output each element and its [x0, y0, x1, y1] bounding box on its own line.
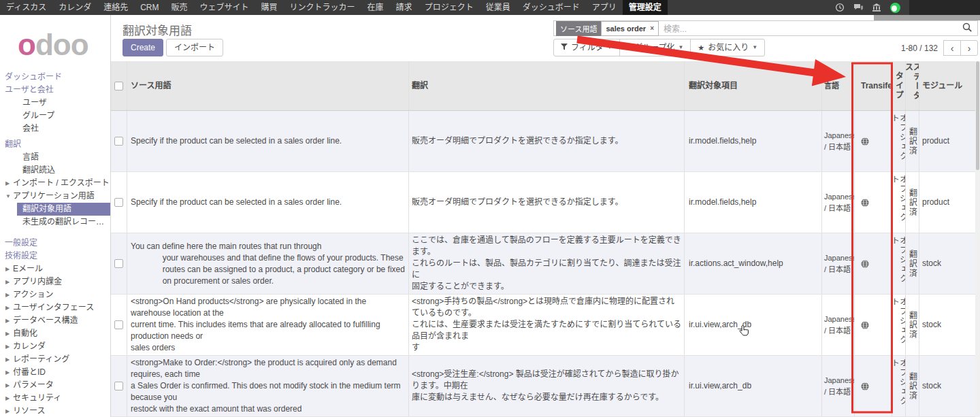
topnav-item[interactable]: 在庫 — [361, 0, 390, 15]
type-cell[interactable]: オブジェクト — [892, 172, 905, 233]
sidebar-item[interactable]: グループ — [0, 110, 110, 122]
type-cell[interactable]: オブジェクト — [892, 233, 905, 294]
messages-chat-icon[interactable] — [853, 3, 863, 12]
topnav-item[interactable]: ウェブサイト — [194, 0, 255, 15]
sidebar-item[interactable]: ▶リソース — [0, 405, 110, 417]
topnav-item[interactable]: ディスカス — [0, 0, 52, 15]
import-button[interactable]: インポート — [166, 39, 223, 56]
topnav-item[interactable]: CRM — [134, 0, 165, 15]
source-term-cell[interactable]: <strong>On Hand products</strong> are ph… — [127, 295, 408, 355]
transifex-cell[interactable] — [854, 111, 892, 171]
header-type[interactable]: タイプ — [892, 61, 905, 110]
pager-previous-button[interactable]: ‹ — [943, 40, 961, 56]
status-cell[interactable]: 翻訳済 — [905, 295, 919, 355]
module-cell[interactable]: stock — [919, 356, 975, 416]
facet-remove-icon[interactable]: × — [650, 24, 654, 32]
status-cell[interactable]: 翻訳済 — [905, 233, 919, 294]
table-row[interactable]: <strong>Make to Order:</strong> the prod… — [111, 356, 975, 417]
language-cell[interactable]: Japanese / 日本語 — [821, 356, 854, 416]
header-translation[interactable]: 翻訳 — [408, 61, 684, 110]
topnav-item[interactable]: リンクトラッカー — [284, 0, 361, 15]
sidebar-item[interactable]: ▶カレンダ — [0, 340, 110, 353]
search-input[interactable]: 検索... — [664, 22, 687, 34]
translated-field-cell[interactable]: ir.ui.view,arch_db — [684, 356, 821, 416]
sidebar-item[interactable]: ▶付番とID — [0, 366, 110, 379]
table-row[interactable]: You can define here the main routes that… — [111, 233, 975, 295]
topnav-item[interactable]: 販売 — [165, 0, 194, 15]
type-cell[interactable]: オブジェクト — [892, 295, 905, 355]
translation-cell[interactable]: ここでは、倉庫を通過して製品のフローを定義する主要ルートを定義できます。 これら… — [408, 233, 684, 294]
institution-building-icon[interactable] — [872, 3, 881, 12]
sidebar-item[interactable]: 一般設定 — [0, 237, 110, 250]
sidebar-item[interactable]: 翻訳読込 — [0, 164, 110, 177]
sidebar-item[interactable]: 技術設定 — [0, 250, 110, 263]
source-term-cell[interactable]: You can define here the main routes that… — [127, 233, 408, 294]
table-row[interactable]: Specify if the product can be selected i… — [111, 111, 975, 172]
user-avatar[interactable] — [890, 3, 900, 13]
translated-field-cell[interactable]: ir.actions.act_window,help — [684, 233, 821, 294]
header-language[interactable]: 言語 — [821, 61, 854, 110]
translation-cell[interactable]: <strong>受注生産:</strong> 製品は受注が確認されてから製造に取… — [408, 356, 684, 416]
sidebar-item[interactable]: ユーザと会社 — [0, 84, 110, 97]
sidebar-item[interactable]: 会社 — [0, 122, 110, 135]
sidebar-item[interactable]: ▶データベース構造 — [0, 314, 110, 327]
sidebar-item[interactable]: ▶インポート / エクスポート — [0, 177, 110, 190]
status-cell[interactable]: 翻訳済 — [905, 356, 919, 416]
header-status[interactable]: ステータス — [905, 61, 919, 110]
transifex-cell[interactable] — [854, 356, 892, 416]
row-checkbox[interactable] — [114, 259, 123, 268]
select-all-checkbox[interactable] — [114, 82, 123, 90]
topnav-item[interactable]: アプリ — [586, 0, 623, 15]
sidebar-item[interactable]: ▶ユーザインタフェース — [0, 301, 110, 314]
status-cell[interactable]: 翻訳済 — [905, 111, 919, 171]
create-button[interactable]: Create — [122, 39, 163, 56]
header-transifex[interactable]: Transifex — [854, 61, 892, 110]
topnav-item[interactable]: ダッシュボード — [517, 0, 586, 15]
module-cell[interactable]: product — [919, 172, 975, 233]
search-bar[interactable]: ソース用語 sales order × 検索... — [553, 20, 978, 36]
language-cell[interactable]: Japanese / 日本語 — [821, 233, 854, 294]
sidebar-item[interactable]: ▶セキュリティ — [0, 392, 110, 405]
translation-cell[interactable]: 販売オーダ明細でプロダクトを選択できるか指定します。 — [408, 172, 684, 233]
vertical-scrollbar[interactable] — [975, 61, 980, 417]
activity-clock-icon[interactable] — [835, 3, 845, 12]
language-cell[interactable]: Japanese / 日本語 — [821, 172, 854, 233]
module-cell[interactable]: product — [919, 111, 975, 171]
language-cell[interactable]: Japanese / 日本語 — [821, 111, 854, 171]
transifex-cell[interactable] — [854, 295, 892, 355]
module-cell[interactable]: stock — [919, 233, 975, 294]
header-source-term[interactable]: ソース用語 — [127, 61, 408, 110]
filters-button[interactable]: フィルタ ▼ — [553, 39, 620, 56]
sidebar-item[interactable]: ▶レポーティング — [0, 353, 110, 366]
header-module[interactable]: モジュール — [919, 61, 975, 110]
table-row[interactable]: <strong>On Hand products</strong> are ph… — [111, 295, 975, 356]
sidebar-item[interactable]: ▶アクション — [0, 288, 110, 301]
sidebar-item-selected[interactable]: 翻訳対象用語 — [17, 203, 110, 216]
sidebar-item[interactable]: ▶自動化 — [0, 327, 110, 340]
row-checkbox[interactable] — [114, 137, 123, 146]
status-cell[interactable]: 翻訳済 — [905, 172, 919, 233]
table-row[interactable]: Specify if the product can be selected i… — [111, 172, 975, 233]
type-cell[interactable]: オブジェクト — [892, 356, 905, 416]
row-checkbox[interactable] — [114, 320, 123, 329]
sidebar-item[interactable]: 言語 — [0, 151, 110, 164]
sidebar-item[interactable]: ユーザ — [0, 97, 110, 110]
source-term-cell[interactable]: Specify if the product can be selected i… — [127, 111, 408, 171]
favorites-button[interactable]: ★ お気に入り ▼ — [690, 39, 765, 56]
translated-field-cell[interactable]: ir.model.fields,help — [684, 111, 821, 171]
topnav-item[interactable]: プロジェクト — [419, 0, 480, 15]
transifex-cell[interactable] — [854, 233, 892, 294]
sidebar-item[interactable]: 未生成の翻訳レコードを... — [0, 216, 110, 229]
topnav-item[interactable]: カレンダ — [52, 0, 97, 15]
translated-field-cell[interactable]: ir.model.fields,help — [684, 172, 821, 233]
group-by-button[interactable]: ≡ グループ化 ▼ — [619, 39, 691, 56]
language-cell[interactable]: Japanese / 日本語 — [821, 295, 854, 355]
sidebar-item[interactable]: ▶アプリ内課金 — [0, 276, 110, 288]
translation-cell[interactable]: 販売オーダ明細でプロダクトを選択できるか指定します。 — [408, 111, 684, 171]
transifex-cell[interactable] — [854, 172, 892, 233]
sidebar-item[interactable]: ダッシュボード — [0, 71, 110, 84]
user-menu[interactable] — [909, 0, 980, 15]
topnav-item[interactable]: 従業員 — [480, 0, 517, 15]
sidebar-item[interactable]: 翻訳 — [0, 138, 110, 151]
row-checkbox[interactable] — [114, 382, 123, 390]
